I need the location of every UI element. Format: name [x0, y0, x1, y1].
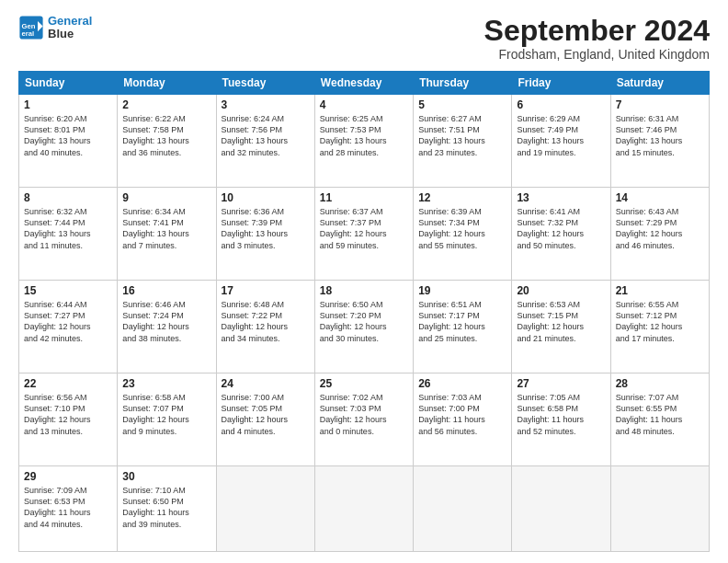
day-info: Sunrise: 6:29 AMSunset: 7:49 PMDaylight:…: [517, 114, 584, 156]
day-number: 23: [122, 377, 210, 390]
day-number: 16: [122, 284, 210, 297]
table-row: 23Sunrise: 6:58 AMSunset: 7:07 PMDayligh…: [118, 373, 216, 466]
day-number: 11: [320, 191, 408, 204]
day-info: Sunrise: 6:56 AMSunset: 7:10 PMDaylight:…: [24, 393, 91, 435]
calendar-table: Sunday Monday Tuesday Wednesday Thursday…: [18, 71, 710, 552]
col-tuesday: Tuesday: [216, 72, 314, 95]
table-row: 30Sunrise: 7:10 AMSunset: 6:50 PMDayligh…: [118, 466, 216, 552]
day-number: 25: [320, 377, 408, 390]
col-sunday: Sunday: [19, 72, 118, 95]
day-info: Sunrise: 6:22 AMSunset: 7:58 PMDaylight:…: [122, 114, 189, 156]
table-row: 7Sunrise: 6:31 AMSunset: 7:46 PMDaylight…: [610, 95, 709, 188]
day-number: 2: [122, 98, 210, 111]
day-info: Sunrise: 7:02 AMSunset: 7:03 PMDaylight:…: [320, 393, 387, 435]
day-number: 10: [222, 191, 310, 204]
col-thursday: Thursday: [414, 72, 512, 95]
table-row: 22Sunrise: 6:56 AMSunset: 7:10 PMDayligh…: [19, 373, 118, 466]
day-info: Sunrise: 6:53 AMSunset: 7:15 PMDaylight:…: [517, 300, 584, 342]
table-row: 25Sunrise: 7:02 AMSunset: 7:03 PMDayligh…: [314, 373, 413, 466]
day-info: Sunrise: 6:24 AMSunset: 7:56 PMDaylight:…: [222, 114, 289, 156]
month-title: September 2024: [484, 15, 710, 47]
table-row: 5Sunrise: 6:27 AMSunset: 7:51 PMDaylight…: [414, 95, 512, 188]
table-row: 8Sunrise: 6:32 AMSunset: 7:44 PMDaylight…: [19, 188, 118, 281]
table-row: 24Sunrise: 7:00 AMSunset: 7:05 PMDayligh…: [216, 373, 314, 466]
day-number: 13: [517, 191, 605, 204]
table-row: 29Sunrise: 7:09 AMSunset: 6:53 PMDayligh…: [19, 466, 118, 552]
day-number: 21: [616, 284, 704, 297]
day-info: Sunrise: 6:48 AMSunset: 7:22 PMDaylight:…: [222, 300, 289, 342]
table-row: 19Sunrise: 6:51 AMSunset: 7:17 PMDayligh…: [414, 281, 512, 373]
header: Gen eral General Blue September 2024 Fro…: [18, 15, 710, 62]
table-row: [512, 466, 610, 552]
day-number: 3: [222, 98, 310, 111]
day-number: 9: [122, 191, 210, 204]
day-info: Sunrise: 6:50 AMSunset: 7:20 PMDaylight:…: [320, 300, 387, 342]
day-number: 8: [24, 191, 112, 204]
day-number: 19: [418, 284, 506, 297]
day-number: 14: [616, 191, 704, 204]
table-row: 26Sunrise: 7:03 AMSunset: 7:00 PMDayligh…: [414, 373, 512, 466]
day-info: Sunrise: 6:46 AMSunset: 7:24 PMDaylight:…: [122, 300, 189, 342]
day-info: Sunrise: 6:41 AMSunset: 7:32 PMDaylight:…: [517, 207, 584, 249]
page: Gen eral General Blue September 2024 Fro…: [0, 0, 728, 563]
table-row: [216, 466, 314, 552]
table-row: 1Sunrise: 6:20 AMSunset: 8:01 PMDaylight…: [19, 95, 118, 188]
day-info: Sunrise: 7:09 AMSunset: 6:53 PMDaylight:…: [24, 486, 91, 528]
day-info: Sunrise: 7:00 AMSunset: 7:05 PMDaylight:…: [222, 393, 289, 435]
table-row: [414, 466, 512, 552]
day-number: 18: [320, 284, 408, 297]
day-number: 26: [418, 377, 506, 390]
day-number: 7: [616, 98, 704, 111]
day-number: 29: [24, 470, 112, 483]
svg-text:eral: eral: [22, 29, 35, 38]
day-info: Sunrise: 7:05 AMSunset: 6:58 PMDaylight:…: [517, 393, 584, 435]
day-number: 5: [418, 98, 506, 111]
day-info: Sunrise: 6:44 AMSunset: 7:27 PMDaylight:…: [24, 300, 91, 342]
day-number: 15: [24, 284, 112, 297]
day-info: Sunrise: 7:03 AMSunset: 7:00 PMDaylight:…: [418, 393, 485, 435]
table-row: 4Sunrise: 6:25 AMSunset: 7:53 PMDaylight…: [314, 95, 413, 188]
day-info: Sunrise: 6:31 AMSunset: 7:46 PMDaylight:…: [616, 114, 683, 156]
day-number: 17: [222, 284, 310, 297]
table-row: 18Sunrise: 6:50 AMSunset: 7:20 PMDayligh…: [314, 281, 413, 373]
table-row: [314, 466, 413, 552]
day-info: Sunrise: 6:20 AMSunset: 8:01 PMDaylight:…: [24, 114, 91, 156]
logo: Gen eral General Blue: [18, 15, 92, 41]
table-row: 11Sunrise: 6:37 AMSunset: 7:37 PMDayligh…: [314, 188, 413, 281]
day-info: Sunrise: 6:27 AMSunset: 7:51 PMDaylight:…: [418, 114, 485, 156]
table-row: [610, 466, 709, 552]
day-info: Sunrise: 6:32 AMSunset: 7:44 PMDaylight:…: [24, 207, 91, 249]
table-row: 16Sunrise: 6:46 AMSunset: 7:24 PMDayligh…: [118, 281, 216, 373]
table-row: 3Sunrise: 6:24 AMSunset: 7:56 PMDaylight…: [216, 95, 314, 188]
table-row: 2Sunrise: 6:22 AMSunset: 7:58 PMDaylight…: [118, 95, 216, 188]
day-info: Sunrise: 6:55 AMSunset: 7:12 PMDaylight:…: [616, 300, 683, 342]
table-row: 28Sunrise: 7:07 AMSunset: 6:55 PMDayligh…: [610, 373, 709, 466]
table-row: 15Sunrise: 6:44 AMSunset: 7:27 PMDayligh…: [19, 281, 118, 373]
day-number: 30: [122, 470, 210, 483]
day-number: 12: [418, 191, 506, 204]
header-row: Sunday Monday Tuesday Wednesday Thursday…: [19, 72, 710, 95]
col-friday: Friday: [512, 72, 610, 95]
day-number: 6: [517, 98, 605, 111]
table-row: 17Sunrise: 6:48 AMSunset: 7:22 PMDayligh…: [216, 281, 314, 373]
day-number: 20: [517, 284, 605, 297]
day-number: 22: [24, 377, 112, 390]
subtitle: Frodsham, England, United Kingdom: [484, 47, 710, 62]
table-row: 21Sunrise: 6:55 AMSunset: 7:12 PMDayligh…: [610, 281, 709, 373]
table-row: 10Sunrise: 6:36 AMSunset: 7:39 PMDayligh…: [216, 188, 314, 281]
day-number: 27: [517, 377, 605, 390]
table-row: 12Sunrise: 6:39 AMSunset: 7:34 PMDayligh…: [414, 188, 512, 281]
col-saturday: Saturday: [610, 72, 709, 95]
day-info: Sunrise: 6:39 AMSunset: 7:34 PMDaylight:…: [418, 207, 485, 249]
table-row: 13Sunrise: 6:41 AMSunset: 7:32 PMDayligh…: [512, 188, 610, 281]
col-wednesday: Wednesday: [314, 72, 413, 95]
day-number: 24: [222, 377, 310, 390]
day-number: 28: [616, 377, 704, 390]
table-row: 27Sunrise: 7:05 AMSunset: 6:58 PMDayligh…: [512, 373, 610, 466]
col-monday: Monday: [118, 72, 216, 95]
table-row: 20Sunrise: 6:53 AMSunset: 7:15 PMDayligh…: [512, 281, 610, 373]
day-info: Sunrise: 6:37 AMSunset: 7:37 PMDaylight:…: [320, 207, 387, 249]
day-number: 4: [320, 98, 408, 111]
logo-text: General Blue: [48, 15, 92, 41]
day-info: Sunrise: 6:36 AMSunset: 7:39 PMDaylight:…: [222, 207, 289, 249]
